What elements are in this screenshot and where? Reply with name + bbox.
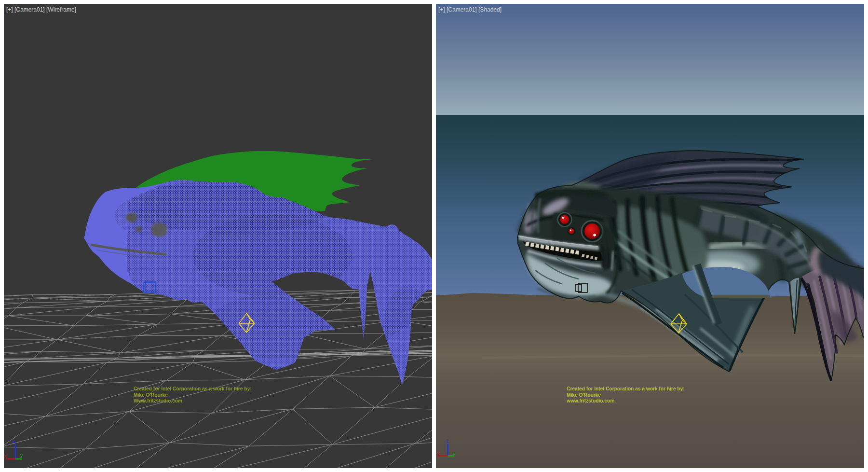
svg-text:Www.fritzstudio.com: Www.fritzstudio.com [134, 398, 182, 403]
svg-text:y: y [20, 452, 23, 458]
svg-text:x: x [437, 450, 440, 456]
svg-text:[+] [Camera01] [Wireframe]: [+] [Camera01] [Wireframe] [6, 6, 76, 13]
svg-text:[+] [Camera01] [Shaded]: [+] [Camera01] [Shaded] [438, 6, 502, 13]
svg-text:Mike O'Rourke: Mike O'Rourke [567, 392, 601, 398]
svg-text:Mike O'Rourke: Mike O'Rourke [134, 392, 168, 398]
svg-text:Created for Intel Corporation: Created for Intel Corporation as a work … [567, 386, 685, 391]
svg-text:z: z [13, 438, 16, 444]
svg-text:x: x [4, 453, 7, 458]
svg-text:www.fritzstudio.com: www.fritzstudio.com [566, 398, 614, 403]
svg-text:Created for Intel Corporation: Created for Intel Corporation as a work … [134, 386, 252, 391]
svg-text:y: y [453, 451, 456, 457]
svg-text:z: z [446, 438, 449, 444]
